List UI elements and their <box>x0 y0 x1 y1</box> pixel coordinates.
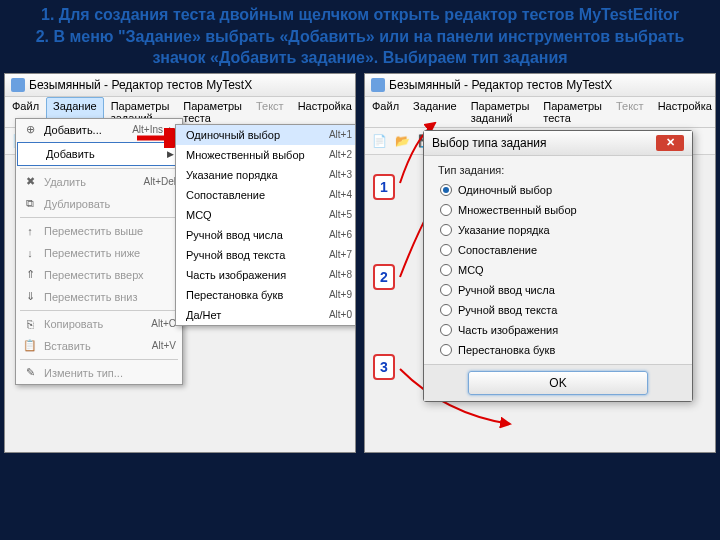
menu-текст[interactable]: Текст <box>249 97 291 127</box>
toolbar-button[interactable]: 📄 <box>369 131 389 151</box>
radio-option[interactable]: Ручной ввод текста <box>438 300 678 320</box>
submenu-item-hotkey: Alt+7 <box>329 249 352 261</box>
app-icon <box>11 78 25 92</box>
menu-item-icon: ✎ <box>22 365 38 381</box>
instructions-block: 1. Для создания теста двойным щелчком от… <box>0 0 720 71</box>
menu-item-hotkey: Alt+C <box>139 318 176 329</box>
radio-option[interactable]: Указание порядка <box>438 220 678 240</box>
radio-label: Множественный выбор <box>458 204 577 216</box>
submenu-item-hotkey: Alt+0 <box>329 309 352 321</box>
radio-icon <box>440 224 452 236</box>
app-icon <box>371 78 385 92</box>
submenu-item[interactable]: Одиночный выборAlt+1 <box>176 125 356 145</box>
radio-option[interactable]: Перестановка букв <box>438 340 678 360</box>
menu-item-label: Переместить вниз <box>44 291 176 303</box>
radio-label: Указание порядка <box>458 224 550 236</box>
close-icon[interactable]: ✕ <box>656 135 684 151</box>
menu-item-icon: ⇓ <box>22 289 38 305</box>
right-screenshot: Безымянный - Редактор тестов MyTestX Фай… <box>364 73 716 453</box>
submenu-item[interactable]: Да/НетAlt+0 <box>176 305 356 325</box>
submenu-item-label: Ручной ввод числа <box>186 229 283 241</box>
menu-item: ✎Изменить тип... <box>16 362 182 384</box>
window-title: Безымянный - Редактор тестов MyTestX <box>389 78 612 92</box>
task-type-submenu: Одиночный выборAlt+1Множественный выборA… <box>175 124 356 326</box>
submenu-item-label: MCQ <box>186 209 212 221</box>
group-label: Тип задания: <box>438 164 678 176</box>
menu-item-hotkey: Alt+Del <box>131 176 176 187</box>
dialog-titlebar: Выбор типа задания ✕ <box>424 131 692 156</box>
radio-option[interactable]: Часть изображения <box>438 320 678 340</box>
menu-item-icon: ⧉ <box>22 196 38 212</box>
radio-icon <box>440 204 452 216</box>
task-dropdown: ⊕Добавить...Alt+Ins▶Добавить▶✖УдалитьAlt… <box>15 118 183 385</box>
submenu-item-label: Одиночный выбор <box>186 129 280 141</box>
submenu-item[interactable]: Часть изображенияAlt+8 <box>176 265 356 285</box>
left-screenshot: Безымянный - Редактор тестов MyTestX Фай… <box>4 73 356 453</box>
submenu-item-label: Часть изображения <box>186 269 286 281</box>
radio-label: Ручной ввод текста <box>458 304 557 316</box>
radio-option[interactable]: Ручной ввод числа <box>438 280 678 300</box>
menu-item-icon: ⊕ <box>22 122 38 138</box>
menu-параметры заданий[interactable]: Параметры заданий <box>464 97 537 127</box>
submenu-item[interactable]: Указание порядкаAlt+3 <box>176 165 356 185</box>
radio-label: Сопоставление <box>458 244 537 256</box>
submenu-item[interactable]: Перестановка буквAlt+9 <box>176 285 356 305</box>
radio-icon <box>440 324 452 336</box>
submenu-item[interactable]: СопоставлениеAlt+4 <box>176 185 356 205</box>
menu-item: ⎘КопироватьAlt+C <box>16 313 182 335</box>
annotation-badge-2: 2 <box>373 264 395 290</box>
radio-option[interactable]: Сопоставление <box>438 240 678 260</box>
radio-option[interactable]: MCQ <box>438 260 678 280</box>
menu-item-label: Переместить выше <box>44 225 176 237</box>
menu-настройка[interactable]: Настройка <box>651 97 716 127</box>
menu-текст[interactable]: Текст <box>609 97 651 127</box>
submenu-item[interactable]: Ручной ввод числаAlt+6 <box>176 225 356 245</box>
menu-item-icon: ✖ <box>22 174 38 190</box>
window-titlebar: Безымянный - Редактор тестов MyTestX <box>5 74 355 97</box>
submenu-item-hotkey: Alt+6 <box>329 229 352 241</box>
radio-label: Перестановка букв <box>458 344 555 356</box>
instruction-line-1: 1. Для создания теста двойным щелчком от… <box>30 4 690 26</box>
radio-label: Часть изображения <box>458 324 558 336</box>
menu-параметры теста[interactable]: Параметры теста <box>536 97 609 127</box>
task-type-dialog: Выбор типа задания ✕ Тип задания: Одиноч… <box>423 130 693 402</box>
radio-label: Ручной ввод числа <box>458 284 555 296</box>
dialog-title: Выбор типа задания <box>432 136 547 150</box>
radio-option[interactable]: Множественный выбор <box>438 200 678 220</box>
submenu-item[interactable]: Множественный выборAlt+2 <box>176 145 356 165</box>
submenu-arrow-icon: ▶ <box>167 149 174 159</box>
menu-item-label: Дублировать <box>44 198 176 210</box>
menu-настройка[interactable]: Настройка <box>291 97 356 127</box>
menu-item-icon: ↓ <box>22 245 38 261</box>
radio-option[interactable]: Одиночный выбор <box>438 180 678 200</box>
radio-icon <box>440 304 452 316</box>
menu-item-label: Изменить тип... <box>44 367 176 379</box>
window-titlebar: Безымянный - Редактор тестов MyTestX <box>365 74 715 97</box>
menu-item: ⇑Переместить вверх <box>16 264 182 286</box>
ok-button[interactable]: OK <box>468 371 648 395</box>
submenu-item-label: Ручной ввод текста <box>186 249 285 261</box>
submenu-item[interactable]: MCQAlt+5 <box>176 205 356 225</box>
menu-параметры теста[interactable]: Параметры теста <box>176 97 249 127</box>
submenu-item-hotkey: Alt+3 <box>329 169 352 181</box>
radio-icon <box>440 244 452 256</box>
annotation-badge-1: 1 <box>373 174 395 200</box>
submenu-item-hotkey: Alt+4 <box>329 189 352 201</box>
radio-icon <box>440 284 452 296</box>
menu-item: ⧉Дублировать <box>16 193 182 215</box>
submenu-item-hotkey: Alt+8 <box>329 269 352 281</box>
submenu-item-label: Да/Нет <box>186 309 221 321</box>
menu-item-label: Удалить <box>44 176 125 188</box>
submenu-item-hotkey: Alt+5 <box>329 209 352 221</box>
instruction-line-2: 2. В меню "Задание» выбрать «Добавить» и… <box>30 26 690 69</box>
submenu-item-label: Указание порядка <box>186 169 278 181</box>
menu-item: 📋ВставитьAlt+V <box>16 335 182 357</box>
menu-item-icon: ⇑ <box>22 267 38 283</box>
radio-label: Одиночный выбор <box>458 184 552 196</box>
radio-icon <box>440 344 452 356</box>
submenu-item[interactable]: Ручной ввод текстаAlt+7 <box>176 245 356 265</box>
radio-icon <box>440 264 452 276</box>
annotation-badge-3: 3 <box>373 354 395 380</box>
radio-icon <box>440 184 452 196</box>
menu-item-icon: ↑ <box>22 223 38 239</box>
